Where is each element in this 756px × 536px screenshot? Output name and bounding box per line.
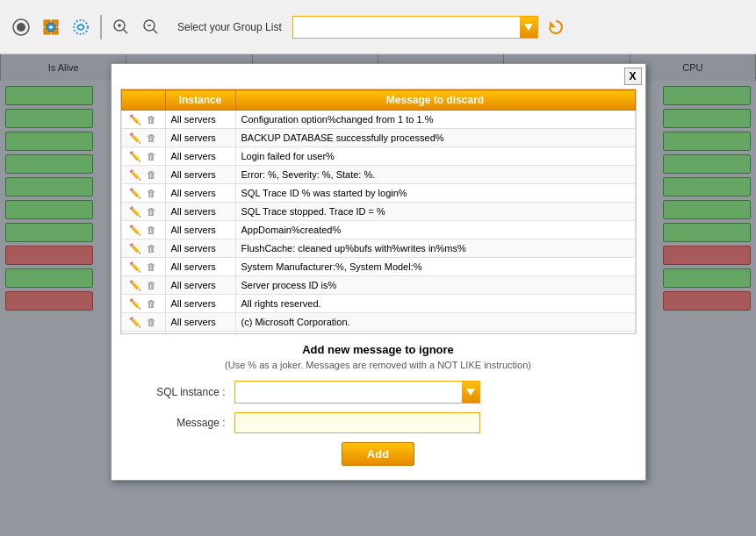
group-list-input[interactable] <box>293 17 520 38</box>
message-label: Message : <box>129 417 226 429</box>
row-actions: ✏️ 🗑 <box>121 203 165 221</box>
svg-point-1 <box>17 23 25 32</box>
edit-icon[interactable]: ✏️ <box>128 315 142 329</box>
edit-icon[interactable]: ✏️ <box>128 112 142 126</box>
modal-close-button[interactable]: X <box>624 68 642 85</box>
modal-overlay: X Instance Message to discard ✏️ 🗑 All s… <box>0 54 756 536</box>
add-section: Add new message to ignore (Use % as a jo… <box>112 334 645 480</box>
svg-marker-15 <box>524 24 533 31</box>
row-instance: All servers <box>165 203 235 221</box>
row-instance: All servers <box>165 184 235 203</box>
modal-close-row: X <box>112 64 645 89</box>
row-actions: ✏️ 🗑 <box>121 111 165 129</box>
row-actions: ✏️ 🗑 <box>121 147 165 166</box>
add-section-title: Add new message to ignore <box>129 343 628 356</box>
add-button[interactable]: Add <box>342 442 414 466</box>
row-message: (c) Microsoft Corporation. <box>235 313 635 332</box>
zoom-in-icon[interactable] <box>109 15 133 39</box>
svg-marker-16 <box>550 21 556 27</box>
table-row: ✏️ 🗑 All serversSQL Trace ID % was start… <box>121 184 635 203</box>
row-actions: ✏️ 🗑 <box>121 258 165 276</box>
group-list-field[interactable] <box>292 16 538 39</box>
table-row: ✏️ 🗑 All serversConfiguration option%cha… <box>121 111 635 129</box>
row-actions: ✏️ 🗑 <box>121 313 165 332</box>
add-section-hint: (Use % as a joker. Messages are removed … <box>129 360 628 370</box>
svg-line-14 <box>153 29 157 33</box>
edit-icon[interactable]: ✏️ <box>128 168 142 182</box>
edit-icon[interactable]: ✏️ <box>128 223 142 237</box>
row-message: Configuration option%changed from 1 to 1… <box>235 111 635 129</box>
row-message: SQL Trace stopped. Trace ID = % <box>235 203 635 221</box>
table-row: ✏️ 🗑 All serversBACKUP DATABASE successf… <box>121 129 635 147</box>
edit-icon[interactable]: ✏️ <box>128 186 142 200</box>
sql-instance-field[interactable] <box>234 381 480 404</box>
delete-icon[interactable]: 🗑 <box>144 204 158 218</box>
table-row: ✏️ 🗑 All serversAll rights reserved. <box>121 295 635 313</box>
refresh-icon[interactable] <box>544 15 568 39</box>
message-input[interactable] <box>234 412 480 433</box>
delete-icon[interactable]: 🗑 <box>144 112 158 126</box>
record-icon[interactable] <box>9 15 33 39</box>
delete-icon[interactable]: 🗑 <box>144 315 158 329</box>
table-row: ✏️ 🗑 All serversAppDomain%created% <box>121 221 635 239</box>
edit-icon[interactable]: ✏️ <box>128 241 142 255</box>
sql-instance-input[interactable] <box>235 382 462 403</box>
toolbar-separator <box>100 15 102 39</box>
edit-icon[interactable]: ✏️ <box>128 297 142 311</box>
table-row: ✏️ 🗑 All serversLogin failed for user% <box>121 147 635 166</box>
edit-icon[interactable]: ✏️ <box>128 278 142 292</box>
svg-line-11 <box>123 29 127 33</box>
row-actions: ✏️ 🗑 <box>121 166 165 184</box>
row-message: AppDomain%created% <box>235 221 635 239</box>
row-instance: All servers <box>165 276 235 295</box>
edit-icon[interactable]: ✏️ <box>128 131 142 145</box>
settings-icon[interactable] <box>39 15 63 39</box>
delete-icon[interactable]: 🗑 <box>144 149 158 163</box>
delete-icon[interactable]: 🗑 <box>144 297 158 311</box>
row-message: Server process ID is% <box>235 276 635 295</box>
row-actions: ✏️ 🗑 <box>121 184 165 203</box>
delete-icon[interactable]: 🗑 <box>144 260 158 274</box>
zoom-out-icon[interactable] <box>139 15 163 39</box>
table-row: ✏️ 🗑 All servers(c) Microsoft Corporatio… <box>121 313 635 332</box>
sql-instance-dropdown-btn[interactable] <box>462 382 479 403</box>
group-list-dropdown-btn[interactable] <box>520 17 537 38</box>
row-actions: ✏️ 🗑 <box>121 295 165 313</box>
delete-icon[interactable]: 🗑 <box>144 131 158 145</box>
table-row: ✏️ 🗑 All serversError: %, Severity: %, S… <box>121 166 635 184</box>
delete-icon[interactable]: 🗑 <box>144 241 158 255</box>
toolbar: Select your Group List <box>0 0 756 54</box>
row-message: Login failed for user% <box>235 147 635 166</box>
sql-instance-label: SQL instance : <box>129 386 226 398</box>
edit-icon[interactable]: ✏️ <box>128 260 142 274</box>
col-header-message: Message to discard <box>235 90 635 111</box>
delete-icon[interactable]: 🗑 <box>144 278 158 292</box>
message-table-wrapper[interactable]: Instance Message to discard ✏️ 🗑 All ser… <box>120 89 637 334</box>
delete-icon[interactable]: 🗑 <box>144 168 158 182</box>
row-message: All rights reserved. <box>235 295 635 313</box>
row-instance: All servers <box>165 147 235 166</box>
row-instance: All servers <box>165 258 235 276</box>
edit-icon[interactable]: ✏️ <box>128 149 142 163</box>
row-instance: All servers <box>165 295 235 313</box>
sync-icon[interactable] <box>68 15 93 39</box>
row-instance: All servers <box>165 129 235 147</box>
table-row: ✏️ 🗑 All serversServer process ID is% <box>121 276 635 295</box>
message-row: Message : <box>129 412 628 433</box>
edit-icon[interactable]: ✏️ <box>128 204 142 218</box>
row-message: BACKUP DATABASE successfully processed% <box>235 129 635 147</box>
delete-icon[interactable]: 🗑 <box>144 186 158 200</box>
row-message: SQL Trace ID % was started by login% <box>235 184 635 203</box>
table-row: ✏️ 🗑 All serversSQL Trace stopped. Trace… <box>121 203 635 221</box>
delete-icon[interactable]: 🗑 <box>144 223 158 237</box>
sql-instance-row: SQL instance : <box>129 381 628 404</box>
row-instance: All servers <box>165 239 235 258</box>
row-actions: ✏️ 🗑 <box>121 221 165 239</box>
col-header-actions <box>121 90 165 111</box>
row-actions: ✏️ 🗑 <box>121 239 165 258</box>
table-row: ✏️ 🗑 All serversFlushCache: cleaned up%b… <box>121 239 635 258</box>
row-message: FlushCache: cleaned up%bufs with%writes … <box>235 239 635 258</box>
row-instance: All servers <box>165 221 235 239</box>
row-actions: ✏️ 🗑 <box>121 129 165 147</box>
row-instance: All servers <box>165 166 235 184</box>
